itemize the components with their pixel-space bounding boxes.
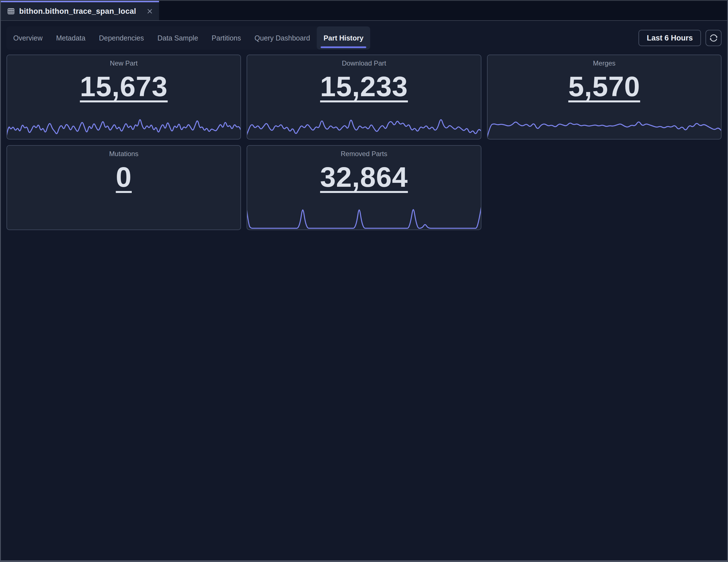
tab-dependencies[interactable]: Dependencies [92, 26, 151, 50]
editor-tab-title: bithon.bithon_trace_span_local [19, 7, 142, 16]
tab-part-history[interactable]: Part History [317, 26, 370, 50]
main-content: Overview Metadata Dependencies Data Samp… [1, 21, 727, 560]
card-removed-parts: Removed Parts 32,864 [247, 145, 481, 230]
editor-tab-table[interactable]: bithon.bithon_trace_span_local [1, 1, 159, 20]
card-value-link[interactable]: 15,673 [7, 72, 240, 101]
time-range-button[interactable]: Last 6 Hours [638, 30, 701, 46]
card-title: Mutations [7, 150, 240, 158]
tab-partitions[interactable]: Partitions [205, 26, 248, 50]
sparkline-chart [6, 113, 241, 140]
refresh-button[interactable] [705, 30, 722, 46]
refresh-icon [709, 33, 718, 43]
card-new-part: New Part 15,673 [6, 55, 241, 140]
card-value-link[interactable]: 15,233 [247, 72, 481, 101]
toolbar-controls: Last 6 Hours [638, 30, 722, 46]
table-icon [7, 7, 15, 15]
card-value-link[interactable]: 32,864 [247, 162, 481, 192]
card-title: Removed Parts [247, 150, 481, 158]
sparkline-chart [247, 113, 481, 140]
sparkline-chart [247, 203, 481, 230]
close-icon[interactable] [147, 8, 153, 14]
tab-metadata[interactable]: Metadata [49, 26, 92, 50]
nav-tabs: Overview Metadata Dependencies Data Samp… [6, 26, 370, 50]
card-value-link[interactable]: 0 [7, 162, 240, 192]
editor-tabstrip: bithon.bithon_trace_span_local [1, 1, 727, 21]
stat-cards-grid: New Part 15,673 Download Part 15,233 Mer… [6, 55, 722, 230]
tab-data-sample[interactable]: Data Sample [151, 26, 205, 50]
card-download-part: Download Part 15,233 [247, 55, 481, 140]
card-merges: Merges 5,570 [487, 55, 722, 140]
card-title: Download Part [247, 59, 481, 67]
card-mutations: Mutations 0 [6, 145, 241, 230]
card-value-link[interactable]: 5,570 [488, 72, 721, 101]
tab-query-dashboard[interactable]: Query Dashboard [248, 26, 317, 50]
sparkline-chart [487, 113, 722, 140]
card-title: New Part [7, 59, 240, 67]
nav-row: Overview Metadata Dependencies Data Samp… [6, 26, 722, 50]
app-window: bithon.bithon_trace_span_local Overview … [0, 0, 728, 562]
card-title: Merges [488, 59, 721, 67]
tab-overview[interactable]: Overview [6, 26, 49, 50]
